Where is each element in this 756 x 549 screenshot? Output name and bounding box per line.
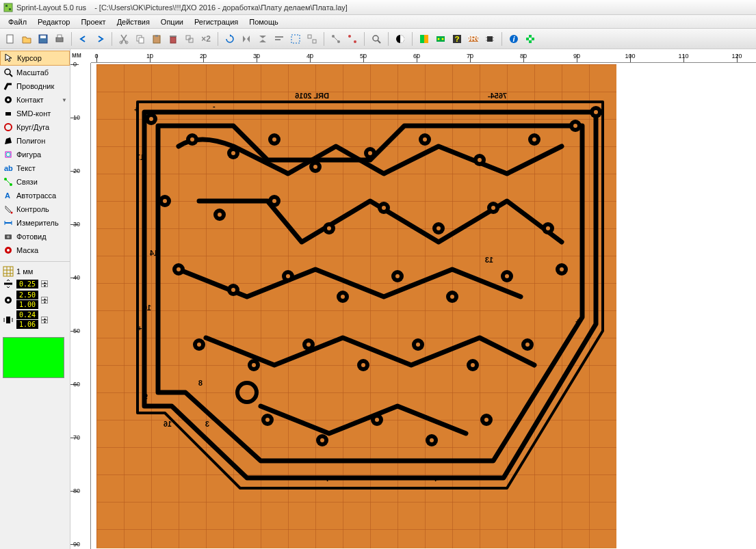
svg-rect-7 [57,35,62,38]
svg-rect-17 [189,38,193,42]
pad-size-icon [3,295,14,306]
svg-text:A: A [5,191,10,200]
svg-rect-18 [275,36,283,38]
drc-button[interactable] [433,31,448,46]
align-button[interactable] [272,31,287,46]
tool-test[interactable]: Контроль [0,202,70,216]
test-icon [3,204,14,215]
track-width-icon [3,278,14,289]
cursor-icon [3,53,14,64]
svg-point-86 [231,151,235,155]
svg-point-120 [177,267,181,271]
svg-point-118 [546,226,550,230]
flip-v-button[interactable] [255,31,270,46]
grid-setting[interactable]: 1 мм [3,266,67,277]
x2-button[interactable]: ×2 [198,31,213,46]
tool-mask[interactable]: Маска [0,243,70,257]
track-icon [3,81,14,92]
svg-rect-49 [532,38,534,40]
svg-point-98 [532,137,536,142]
tool-polygon[interactable]: Полигон [0,134,70,148]
svg-text:-: - [213,102,216,110]
svg-point-54 [7,98,10,101]
tool-special[interactable]: Фигура [0,148,70,161]
svg-point-84 [190,137,194,142]
info-button[interactable]: i [506,31,521,46]
file-path: - [C:\Users\OK\Pictures\!!!ДХО 2016 - до… [94,3,348,12]
svg-point-106 [218,213,222,217]
svg-point-82 [149,117,153,121]
menu-edit[interactable]: Редактор [32,18,75,26]
layers-button[interactable] [417,31,432,46]
paste-button[interactable] [149,31,164,46]
svg-rect-1 [5,5,8,7]
svg-point-152 [320,438,324,442]
menu-actions[interactable]: Действия [112,18,155,26]
redo-button[interactable] [92,31,107,46]
tool-text[interactable]: abТекст [0,161,70,175]
svg-text:+: + [134,105,138,113]
track-width-setting[interactable]: 0.25 ▴▾ [3,278,67,289]
spinner-icon[interactable]: ▴▾ [41,317,48,323]
circle-icon [3,122,14,133]
connections-button[interactable] [328,31,343,46]
svg-point-69 [7,236,10,239]
tool-pad[interactable]: Контакт▼ [0,93,70,107]
spinner-icon[interactable]: ▴▾ [41,280,48,287]
tool-track[interactable]: Проводник [0,79,70,93]
tool-connect[interactable]: Связи [0,175,70,189]
pcb-canvas[interactable]: DRL 2016 7654- 17 14 10 9 16 8 3 7 4 13 … [91,63,756,549]
pad-size-setting[interactable]: 2.50 1.00 ▴▾ [3,291,67,309]
print-button[interactable] [52,31,67,46]
tool-smd[interactable]: SMD-конт [0,107,70,120]
size-setting[interactable]: 0.24 1.06 ▴▾ [3,310,67,329]
flip-h-button[interactable] [239,31,254,46]
save-button[interactable] [36,31,51,46]
tool-panel: Курсор Масштаб Проводник Контакт▼ SMD-ко… [0,49,70,549]
delete-button[interactable] [166,31,181,46]
new-button[interactable] [3,31,18,46]
drc-label-button[interactable]: DRC [466,31,481,46]
svg-point-88 [272,137,276,142]
undo-button[interactable] [76,31,91,46]
tool-circle[interactable]: Круг/Дуга [0,120,70,134]
open-button[interactable] [19,31,34,46]
special-icon [3,149,14,160]
titlebar: Sprint-Layout 5.0 rus - [C:\Users\OK\Pic… [0,0,756,15]
tool-autoroute[interactable]: AАвтотрасса [0,189,70,202]
autoroute-icon: A [3,190,14,201]
svg-rect-40 [487,36,493,42]
tool-photo[interactable]: Фотовид [0,230,70,243]
menu-project[interactable]: Проект [75,18,111,26]
spinner-icon[interactable]: ▴▾ [41,297,48,304]
menu-register[interactable]: Регистрация [189,18,244,26]
menu-file[interactable]: Файл [3,18,32,26]
tool-measure[interactable]: Измеритель [0,216,70,230]
copy-button[interactable] [133,31,148,46]
contrast-button[interactable] [393,31,408,46]
polygon-icon [3,135,14,146]
help-button[interactable]: ? [449,31,465,46]
menu-options[interactable]: Опции [155,18,189,26]
svg-point-158 [484,418,488,422]
remove-conn-button[interactable] [345,31,360,46]
cut-button[interactable] [116,31,131,46]
rotate-button[interactable] [222,31,237,46]
menu-help[interactable]: Помощь [244,18,284,26]
group-button[interactable] [288,31,303,46]
svg-text:17: 17 [136,153,144,161]
tool-zoom[interactable]: Масштаб [0,66,70,79]
layer-color-swatch[interactable] [3,337,64,378]
target-button[interactable] [523,31,538,46]
duplicate-button[interactable] [182,31,197,46]
tool-cursor[interactable]: Курсор [0,51,70,66]
chip-button[interactable] [482,31,497,46]
svg-point-159 [237,383,257,402]
ungroup-button[interactable] [304,31,320,46]
svg-point-150 [265,418,270,422]
svg-rect-20 [291,35,300,43]
svg-rect-80 [6,317,10,323]
app-icon [3,2,14,13]
svg-line-29 [378,40,380,43]
zoom-button[interactable] [369,31,384,46]
